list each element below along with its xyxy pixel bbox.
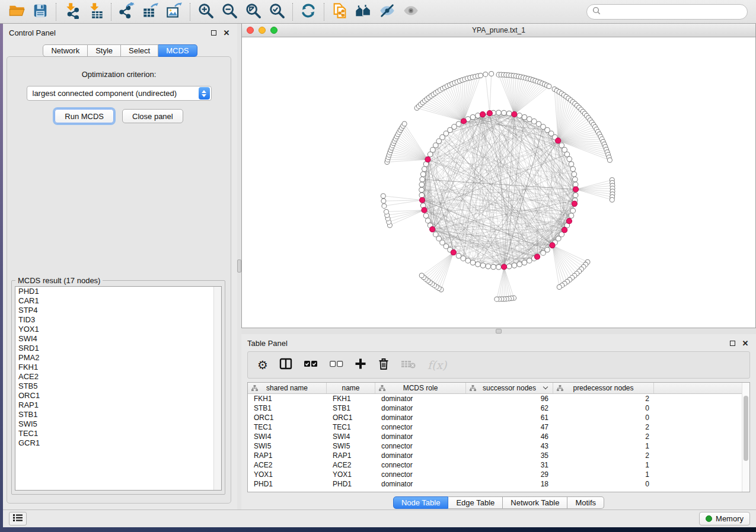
graph-node[interactable] (420, 172, 426, 177)
graph-node[interactable] (522, 114, 527, 120)
close-panel-icon[interactable]: ✕ (741, 338, 750, 348)
column-header-name[interactable]: name (327, 383, 375, 393)
save-session-button[interactable] (28, 2, 52, 22)
column-header-predecessor-nodes[interactable]: predecessor nodes (553, 383, 654, 393)
criterion-select[interactable]: largest connected component (undirected) (27, 86, 212, 101)
graph-node[interactable] (496, 264, 502, 270)
graph-node[interactable] (461, 256, 466, 261)
open-file-button[interactable] (5, 2, 28, 22)
graph-node[interactable] (456, 121, 461, 127)
graph-node[interactable] (486, 264, 491, 269)
close-panel-button[interactable]: Close panel (122, 109, 183, 123)
table-row[interactable]: FKH1FKH1dominator962 (248, 394, 749, 403)
zoom-in-button[interactable] (194, 2, 218, 22)
mcds-result-item[interactable]: PHD1 (15, 287, 221, 296)
mcds-result-list[interactable]: PHD1CAR1STP4TID3YOX1SWI4SRD1PMA2FKH1ACE2… (15, 286, 222, 491)
network-canvas[interactable] (242, 37, 755, 328)
graph-node-satellite[interactable] (402, 121, 407, 126)
tab-select[interactable]: Select (121, 44, 158, 57)
list-scrollbar-track[interactable] (213, 287, 221, 490)
mcds-result-item[interactable]: RAP1 (15, 400, 221, 410)
graph-node-dominator[interactable] (566, 219, 572, 224)
mcds-result-item[interactable]: PMA2 (15, 353, 221, 363)
graph-node-dominator[interactable] (430, 226, 435, 232)
graph-node[interactable] (476, 262, 481, 267)
graph-node[interactable] (419, 182, 425, 187)
tab-style[interactable]: Style (88, 44, 121, 57)
mcds-result-item[interactable]: TEC1 (15, 429, 221, 438)
graph-node[interactable] (433, 232, 439, 237)
add-column-button[interactable] (355, 358, 366, 372)
graph-node-satellite[interactable] (557, 285, 562, 290)
clone-network-button[interactable] (328, 2, 352, 22)
table-settings-button[interactable]: ⚙ (257, 359, 268, 371)
graph-node[interactable] (517, 262, 522, 267)
float-panel-icon[interactable] (728, 338, 737, 348)
graph-node[interactable] (570, 166, 576, 172)
graph-node-satellite[interactable] (495, 297, 499, 302)
graph-node-satellite[interactable] (419, 273, 424, 278)
graph-node-dominator[interactable] (425, 157, 430, 162)
graph-node[interactable] (570, 208, 576, 213)
import-table-button[interactable] (84, 2, 107, 22)
close-panel-icon[interactable]: ✕ (222, 28, 231, 37)
mcds-result-item[interactable]: STB5 (15, 382, 221, 391)
mcds-result-item[interactable]: ACE2 (15, 372, 221, 382)
vertical-splitter[interactable] (237, 24, 241, 509)
memory-button[interactable]: Memory (699, 512, 750, 525)
graph-node[interactable] (423, 213, 429, 219)
mcds-result-item[interactable]: SRD1 (15, 344, 221, 353)
select-all-button[interactable] (304, 359, 318, 371)
zoom-fit-button[interactable] (241, 2, 265, 22)
tab-mcds[interactable]: MCDS (158, 44, 197, 57)
graph-node-dominator[interactable] (451, 249, 456, 255)
graph-node[interactable] (422, 166, 428, 172)
graph-node[interactable] (419, 193, 425, 198)
graph-node-dominator[interactable] (512, 111, 517, 117)
table-row[interactable]: PHD1PHD1dominator180 (248, 479, 749, 489)
horizontal-splitter[interactable] (241, 328, 756, 334)
graph-node[interactable] (506, 264, 512, 269)
run-mcds-button[interactable]: Run MCDS (55, 109, 114, 123)
table-row[interactable]: ACE2ACE2connector311 (248, 460, 749, 470)
graph-node[interactable] (536, 121, 541, 127)
table-row[interactable]: YOX1YOX1connector291 (248, 470, 749, 479)
hide-selected-button[interactable] (375, 2, 399, 22)
table-row[interactable]: SWI5SWI5connector431 (248, 441, 749, 451)
refresh-button[interactable] (296, 2, 320, 22)
export-table-button[interactable] (139, 2, 162, 22)
splitter-handle[interactable] (496, 329, 502, 334)
graph-node[interactable] (541, 251, 546, 256)
mcds-result-item[interactable]: ORC1 (15, 391, 221, 400)
graph-node[interactable] (428, 152, 433, 157)
network-graph[interactable] (242, 37, 755, 328)
graph-node[interactable] (502, 110, 507, 116)
graph-node[interactable] (491, 264, 496, 270)
graph-node[interactable] (569, 162, 574, 167)
import-network-button[interactable] (60, 2, 84, 22)
mcds-result-item[interactable]: SWI4 (15, 334, 221, 344)
graph-node[interactable] (512, 263, 517, 268)
mcds-result-item[interactable]: STP4 (15, 306, 221, 315)
graph-node-satellite[interactable] (489, 72, 494, 76)
graph-node[interactable] (573, 193, 578, 198)
graph-node-dominator[interactable] (461, 118, 466, 124)
graph-node-satellite[interactable] (547, 84, 551, 89)
graph-node-dominator[interactable] (550, 243, 555, 248)
table-scrollbar-thumb[interactable] (744, 396, 748, 461)
graph-node-dominator[interactable] (573, 187, 578, 192)
tab-node-table[interactable]: Node Table (393, 496, 449, 509)
graph-node[interactable] (452, 124, 457, 130)
graph-node-dominator[interactable] (556, 138, 561, 143)
export-image-button[interactable] (162, 2, 186, 22)
graph-node[interactable] (573, 177, 578, 182)
graph-node-dominator[interactable] (487, 111, 492, 116)
graph-node-satellite[interactable] (479, 73, 483, 78)
graph-node-satellite[interactable] (384, 209, 389, 214)
show-all-button[interactable] (399, 2, 423, 22)
graph-node-satellite[interactable] (607, 158, 612, 162)
graph-node[interactable] (426, 218, 431, 223)
mcds-result-item[interactable]: YOX1 (15, 325, 221, 334)
graph-node[interactable] (496, 110, 502, 116)
graph-node-dominator[interactable] (480, 111, 485, 117)
